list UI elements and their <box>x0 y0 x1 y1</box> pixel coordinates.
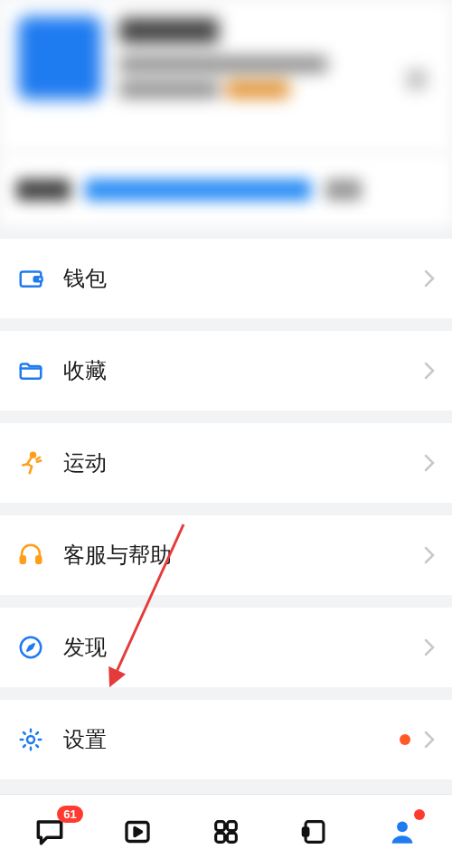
chevron-right-icon <box>423 360 436 382</box>
tab-portal[interactable] <box>290 807 339 856</box>
sport-icon <box>16 448 45 477</box>
chevron-right-icon <box>423 637 436 658</box>
menu-label: 运动 <box>63 448 107 477</box>
menu-label: 客服与帮助 <box>63 541 172 570</box>
tab-video[interactable] <box>113 807 162 856</box>
profile-tabs[interactable] <box>0 154 452 226</box>
menu-item-wallet[interactable]: 钱包 <box>0 239 452 318</box>
menu-item-settings[interactable]: 设置 <box>0 700 452 779</box>
profile-header[interactable] <box>0 0 452 154</box>
menu-label: 发现 <box>63 633 107 662</box>
menu-label: 设置 <box>63 725 107 754</box>
menu-label: 钱包 <box>63 264 107 293</box>
profile-actions[interactable] <box>407 16 434 143</box>
menu-item-sport[interactable]: 运动 <box>0 423 452 503</box>
svg-point-4 <box>31 453 35 458</box>
svg-rect-15 <box>216 833 225 842</box>
chevron-right-icon <box>423 544 436 566</box>
wallet-icon <box>16 264 45 293</box>
svg-rect-16 <box>227 833 236 842</box>
avatar[interactable] <box>18 16 101 99</box>
chevron-right-icon <box>423 729 436 750</box>
svg-rect-14 <box>227 821 236 830</box>
svg-point-9 <box>27 736 34 743</box>
tab-me[interactable] <box>378 807 427 856</box>
chevron-right-icon <box>423 452 436 474</box>
menu-list: 钱包 收藏 <box>0 239 452 779</box>
chat-badge: 61 <box>57 806 82 823</box>
profile-meta <box>119 81 389 98</box>
svg-point-2 <box>36 278 39 280</box>
chevron-right-icon <box>423 268 436 289</box>
folder-icon <box>16 356 45 385</box>
profile-text-block <box>119 16 389 143</box>
me-badge-dot <box>414 809 425 820</box>
menu-item-discover[interactable]: 发现 <box>0 608 452 687</box>
gear-icon <box>16 725 45 754</box>
svg-point-19 <box>397 821 408 832</box>
headset-icon <box>16 541 45 570</box>
profile-subtitle <box>119 56 327 72</box>
svg-marker-12 <box>135 827 142 835</box>
svg-rect-18 <box>303 827 308 835</box>
notification-dot <box>400 734 410 745</box>
svg-rect-5 <box>21 556 25 563</box>
menu-label: 收藏 <box>63 356 107 385</box>
tab-apps[interactable] <box>202 807 250 856</box>
menu-item-favorites[interactable]: 收藏 <box>0 331 452 410</box>
svg-rect-6 <box>36 556 41 563</box>
tab-chat[interactable]: 61 <box>25 807 74 856</box>
bottom-tab-bar: 61 <box>0 794 452 868</box>
svg-marker-8 <box>27 644 34 651</box>
compass-icon <box>16 633 45 662</box>
menu-item-help[interactable]: 客服与帮助 <box>0 515 452 595</box>
app-screen: 钱包 收藏 <box>0 0 452 868</box>
profile-name <box>119 18 219 43</box>
svg-rect-13 <box>216 821 225 830</box>
